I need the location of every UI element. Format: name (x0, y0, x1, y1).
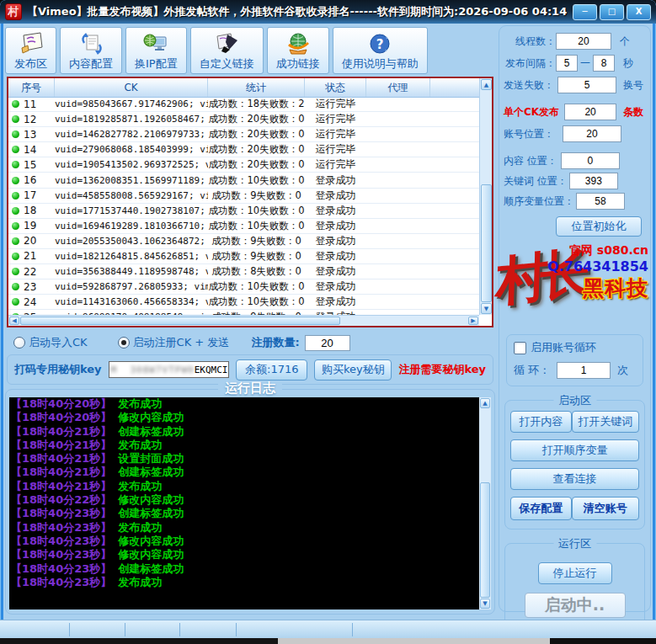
table-row[interactable]: 24 vuid=1143163060.456658334; v... 成功数：1… (8, 295, 479, 310)
log-message: 创建标签成功 (118, 562, 184, 575)
toolbar: 发布区 内容配置 换IP配置 自定义链接 (5, 27, 428, 74)
radio-register-ck-label[interactable]: 启动注册CK + 发送 (133, 335, 230, 350)
account-pos-input[interactable] (563, 125, 621, 142)
table-row[interactable]: 22 vuid=356388449.1189598748; v... 成功数：8… (8, 264, 479, 279)
starting-button[interactable]: 启动中.. (525, 593, 626, 618)
table-row[interactable]: 18 vuid=1771537440.1902738107; ... 成功数：1… (8, 204, 479, 219)
content-area: 发布区 内容配置 换IP配置 自定义链接 (3, 24, 653, 620)
table-row[interactable]: 15 vuid=1905413502.969372525; v... 成功数：2… (8, 157, 479, 173)
scrollbar-thumb[interactable] (480, 482, 490, 598)
table-row[interactable]: 13 vuid=1462827782.2106979733; ... 成功数：2… (8, 127, 479, 142)
toolbar-button-label: 发布区 (14, 56, 47, 72)
scrollbar-thumb[interactable] (481, 184, 492, 302)
radio-import-ck-label[interactable]: 启动导入CK (29, 335, 88, 350)
register-qty-input[interactable] (305, 335, 350, 351)
interval-to-input[interactable] (593, 55, 615, 72)
toolbar-button-success-links[interactable]: 成功链接 (267, 27, 329, 74)
change-ip-icon (142, 30, 169, 56)
close-button[interactable]: X (627, 4, 651, 20)
row-status: 登录成功 (305, 264, 366, 279)
open-seq-var-button[interactable]: 打开顺序变量 (510, 439, 639, 461)
column-header-stats[interactable]: 统计 (208, 78, 305, 97)
row-seq: 11 (24, 98, 36, 110)
log-vertical-scrollbar[interactable]: ▲ ▼ (479, 397, 491, 609)
radio-import-ck[interactable] (13, 337, 25, 349)
enable-loop-label[interactable]: 启用账号循环 (531, 340, 596, 355)
table-row[interactable]: 16 vuid=1362008351.1569971189; ... 成功数：1… (8, 173, 479, 188)
toolbar-button-change-ip[interactable]: 换IP配置 (125, 27, 187, 74)
scroll-down-icon[interactable]: ▼ (480, 599, 490, 609)
scroll-up-icon[interactable]: ▲ (481, 79, 492, 90)
row-ck: vuid=1462827782.2106979733; ... (55, 129, 208, 140)
status-bar-item (352, 623, 656, 636)
scrollbar-thumb[interactable] (20, 317, 340, 325)
send-fail-input[interactable] (557, 77, 616, 93)
buy-key-button[interactable]: 购买key秘钥 (314, 359, 392, 381)
table-horizontal-scrollbar[interactable]: ◀ ▶ (8, 315, 479, 326)
key-label: 打码专用秘钥key (14, 362, 102, 377)
account-pos-label: 账号位置： (504, 127, 554, 141)
table-row[interactable]: 21 vuid=1821264815.845626851; v... 成功数：9… (8, 249, 479, 264)
column-header-proxy[interactable]: 代理 (366, 78, 430, 97)
toolbar-button-content-config[interactable]: 内容配置 (60, 27, 122, 74)
custom-link-icon (213, 30, 240, 56)
toolbar-button-publish-area[interactable]: 发布区 (5, 27, 56, 74)
seq-var-pos-input[interactable] (576, 193, 625, 210)
interval-from-input[interactable] (556, 55, 578, 72)
row-status: 运行完毕 (305, 157, 366, 172)
column-header-ck[interactable]: CK (55, 78, 208, 97)
run-log-area[interactable]: 【18时40分20秒】发布成功 【18时40分20秒】修改内容成功 【18时40… (9, 397, 491, 609)
content-pos-input[interactable] (561, 152, 620, 169)
row-ck: vuid=1362008351.1569971189; ... (55, 175, 208, 186)
column-header-seq[interactable]: 序号 (8, 78, 55, 97)
radio-register-ck[interactable] (118, 337, 130, 349)
log-timestamp: 【18时40分23秒】 (11, 576, 111, 588)
view-links-button[interactable]: 查看连接 (510, 468, 639, 490)
table-row[interactable]: 17 vuid=458558008.565929167; vi... 成功数：9… (8, 189, 479, 204)
table-row[interactable]: 11 vuid=985043667.917462906; vi... 成功数：1… (8, 97, 479, 112)
log-timestamp: 【18时40分22秒】 (11, 493, 111, 506)
table-row[interactable]: 14 vuid=279068068.185403999; vi... 成功数：2… (8, 142, 479, 157)
maximize-button[interactable]: □ (600, 4, 624, 20)
row-seq: 19 (24, 220, 36, 232)
row-stats: 成功数：20失败数：0 (208, 113, 305, 125)
clear-accounts-button[interactable]: 清空账号 (572, 497, 639, 520)
log-message: 发布成功 (118, 521, 162, 534)
table-row[interactable]: 20 vuid=2055350043.1062364872; ... 成功数：9… (8, 234, 479, 249)
balance-button[interactable]: 余额:1716 (236, 359, 307, 381)
loop-count-input[interactable] (557, 362, 611, 379)
brand-qq-text: Q.764341854 (547, 258, 648, 275)
log-timestamp: 【18时40分23秒】 (11, 521, 111, 534)
row-ck: vuid=1905413502.969372525; v... (55, 159, 208, 170)
green-status-dot-icon (12, 222, 19, 230)
toolbar-button-custom-link[interactable]: 自定义链接 (190, 27, 264, 74)
row-stats: 成功数：20失败数：0 (208, 143, 305, 156)
stop-run-button[interactable]: 停止运行 (538, 562, 612, 584)
key-input[interactable]: M 308W7VTPW0EKQMCIILP (109, 361, 230, 378)
toolbar-button-help[interactable]: ? 使用说明与帮助 (333, 27, 428, 74)
scroll-left-icon[interactable]: ◀ (9, 317, 19, 325)
scroll-right-icon[interactable]: ▶ (468, 317, 478, 325)
thread-count-input[interactable] (556, 33, 611, 50)
enable-loop-checkbox[interactable] (514, 342, 526, 354)
row-seq: 22 (24, 266, 36, 278)
open-keyword-button[interactable]: 打开关键词 (572, 411, 639, 433)
log-line: 【18时40分23秒】创建标签成功 (9, 507, 491, 520)
log-timestamp: 【18时40分21秒】 (11, 466, 111, 478)
position-init-button[interactable]: 位置初始化 (556, 216, 642, 237)
row-seq: 20 (24, 235, 36, 247)
table-vertical-scrollbar[interactable]: ▲ ▼ (479, 78, 492, 315)
open-content-button[interactable]: 打开内容 (510, 411, 572, 433)
table-row[interactable]: 23 vuid=592868797.26805933; vim... 成功数：1… (8, 279, 479, 295)
column-header-status[interactable]: 状态 (305, 78, 366, 97)
table-row[interactable]: 12 vuid=1819285871.1926058467; ... 成功数：2… (8, 112, 479, 127)
scroll-down-icon[interactable]: ▼ (481, 303, 492, 314)
desktop-strip (0, 638, 278, 644)
single-ck-input[interactable] (564, 104, 616, 120)
table-row[interactable]: 19 vuid=1694619289.1810366710; ... 成功数：1… (8, 219, 479, 234)
scroll-up-icon[interactable]: ▲ (480, 398, 490, 408)
row-stats: 成功数：10失败数：0 (208, 174, 305, 187)
minimize-button[interactable]: ─ (573, 4, 597, 20)
save-config-button[interactable]: 保存配置 (510, 497, 572, 520)
keyword-pos-input[interactable] (569, 173, 618, 189)
